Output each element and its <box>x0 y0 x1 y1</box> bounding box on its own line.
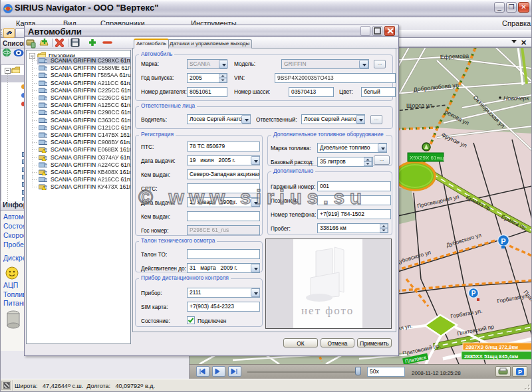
svg-text:2887ХЗ б/нщ 372,8км: 2887ХЗ б/нщ 372,8км <box>466 344 518 350</box>
svg-text:Х9Х29Х 61нщ: Х9Х29Х 61нщ <box>410 155 444 161</box>
svg-text:P: P <box>501 237 505 245</box>
svg-text:P: P <box>518 369 522 375</box>
svg-text:P: P <box>471 290 476 297</box>
svg-text:2885ХХ 51щц 845,4км: 2885ХХ 51щц 845,4км <box>464 353 519 359</box>
svg-text:Новочерк: Новочерк <box>503 95 529 102</box>
svg-text:Щорса ул.: Щорса ул. <box>406 102 434 109</box>
